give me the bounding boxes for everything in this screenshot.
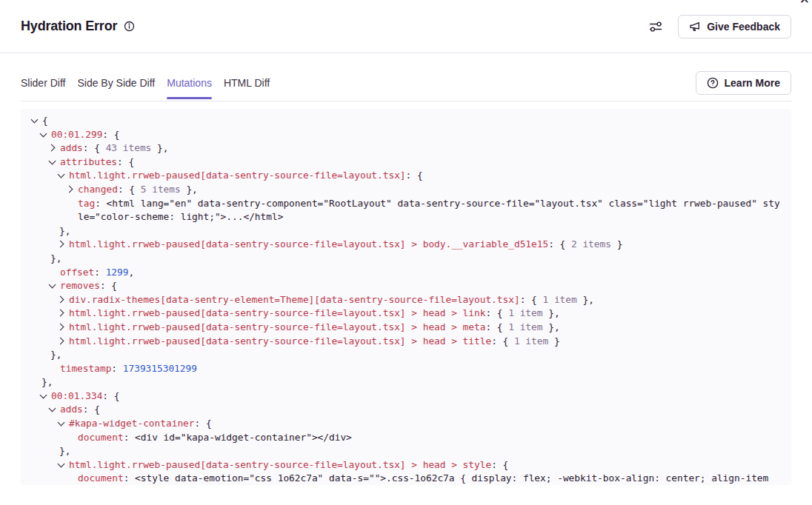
question-circle-icon — [707, 77, 719, 89]
tab-side-by-side-diff[interactable]: Side By Side Diff — [77, 76, 155, 90]
tree-row: removes: { — [30, 279, 782, 293]
token-key: 00:01.334 — [51, 390, 102, 401]
token-punct: }, — [50, 349, 61, 360]
tab-mutations[interactable]: Mutations — [167, 76, 212, 90]
chevron-spacer — [65, 197, 78, 211]
tree-row: div.radix-themes[data-sentry-element=The… — [30, 293, 782, 307]
tree-row: attributes: { — [30, 155, 782, 170]
token-key: changed — [78, 184, 118, 195]
token-key: div.radix-themes[data-sentry-element=The… — [69, 294, 520, 305]
token-punct: }, — [181, 184, 198, 195]
token-key: offset — [60, 267, 94, 278]
token-punct: }, — [542, 321, 559, 332]
token-text: <html lang="en" data-sentry-component="R… — [78, 198, 780, 223]
token-count: 1 item — [508, 307, 542, 318]
token-key: adds — [60, 142, 83, 153]
token-count: 1 item — [542, 294, 576, 305]
token-punct: : { — [520, 294, 543, 305]
tree-row: adds: { 43 items }, — [30, 141, 782, 155]
tree-row: }, — [30, 375, 782, 389]
learn-more-button[interactable]: Learn More — [696, 71, 791, 95]
token-key: 00:01.299 — [51, 129, 102, 140]
info-circle-icon[interactable] — [124, 21, 135, 32]
tree-row: { — [30, 114, 782, 128]
chevron-right-icon[interactable] — [47, 141, 60, 155]
token-punct: }, — [542, 307, 559, 318]
mutation-tree: { 00:01.299: { adds: { 43 items }, attri… — [30, 114, 782, 485]
token-count: 1 item — [508, 321, 542, 332]
chevron-right-icon[interactable] — [56, 293, 69, 307]
chevron-spacer — [65, 472, 78, 485]
chevron-down-icon[interactable] — [47, 155, 60, 170]
chevron-down-icon[interactable] — [56, 169, 69, 183]
tree-row: html.light.rrweb-paused[data-sentry-sour… — [30, 169, 782, 183]
chevron-down-icon[interactable] — [39, 128, 51, 142]
tabs-section: Slider DiffSide By Side DiffMutationsHTM… — [0, 65, 812, 101]
tree-row: document: <div id="kapa-widget-container… — [30, 431, 782, 445]
tree-row: }, — [30, 444, 782, 458]
token-key: tag — [78, 198, 95, 209]
chevron-down-icon[interactable] — [56, 458, 69, 472]
tab-html-diff[interactable]: HTML Diff — [224, 76, 270, 90]
token-punct: : — [124, 472, 135, 484]
token-punct: }, — [59, 445, 70, 456]
tree-row: }, — [30, 348, 782, 362]
chevron-down-icon[interactable] — [47, 279, 60, 293]
token-punct: }, — [151, 142, 168, 153]
token-num: 1739315301299 — [123, 363, 197, 374]
token-punct: }, — [50, 252, 61, 264]
chevron-right-icon[interactable] — [56, 307, 69, 321]
tree-row: changed: { 5 items }, — [30, 183, 782, 197]
token-punct: : { — [548, 238, 571, 250]
tree-row: #kapa-widget-container: { — [30, 417, 782, 431]
token-key: adds — [60, 404, 83, 415]
token-punct: : { — [102, 390, 119, 401]
chevron-down-icon[interactable] — [30, 114, 42, 128]
token-punct: { — [42, 115, 48, 126]
token-punct: : { — [83, 142, 106, 153]
tree-row: 00:01.299: { — [30, 128, 782, 142]
token-count: 2 items — [571, 238, 611, 250]
tree-row: 00:01.334: { — [30, 389, 782, 404]
chevron-down-icon[interactable] — [56, 417, 69, 431]
close-icon[interactable]: ✕ — [799, 0, 810, 7]
token-text: <style data-emotion="css 1o62c7a" data-s… — [135, 472, 768, 484]
chevron-down-icon[interactable] — [39, 389, 51, 404]
tree-row: timestamp: 1739315301299 — [30, 362, 782, 376]
token-punct: : — [124, 432, 135, 443]
token-punct: : — [111, 363, 122, 374]
token-key: document — [78, 472, 124, 484]
token-key: html.light.rrweb-paused[data-sentry-sour… — [69, 238, 548, 250]
megaphone-icon — [689, 21, 701, 33]
chevron-down-icon[interactable] — [47, 403, 60, 417]
chevron-right-icon[interactable] — [65, 183, 78, 197]
token-key: attributes — [60, 156, 117, 167]
chevron-spacer — [47, 362, 60, 376]
give-feedback-label: Give Feedback — [707, 21, 780, 33]
token-punct: , — [128, 267, 134, 278]
token-punct: }, — [59, 225, 70, 236]
token-key: #kapa-widget-container — [69, 418, 195, 429]
give-feedback-button[interactable]: Give Feedback — [678, 15, 791, 39]
tree-row: tag: <html lang="en" data-sentry-compone… — [30, 197, 782, 224]
tab-slider-diff[interactable]: Slider Diff — [21, 76, 65, 90]
sliders-icon — [648, 19, 663, 34]
token-key: document — [78, 432, 124, 443]
hydration-error-drawer: ✕ Hydration Error — [0, 0, 812, 485]
chevron-right-icon[interactable] — [56, 335, 69, 349]
mutations-panel: { 00:01.299: { adds: { 43 items }, attri… — [21, 109, 791, 485]
tree-row: html.light.rrweb-paused[data-sentry-sour… — [30, 335, 782, 349]
drawer-header: Hydration Error — [0, 0, 812, 53]
tree-row: document: <style data-emotion="css 1o62c… — [30, 472, 782, 485]
token-punct: : { — [117, 156, 134, 167]
settings-sliders-button[interactable] — [647, 18, 665, 36]
chevron-right-icon[interactable] — [56, 238, 69, 252]
token-punct: : { — [102, 129, 119, 140]
chevron-right-icon[interactable] — [56, 321, 69, 335]
tree-row: html.light.rrweb-paused[data-sentry-sour… — [30, 458, 782, 472]
token-text: <div id="kapa-widget-container"></div> — [135, 432, 352, 443]
token-count: 5 items — [141, 184, 181, 195]
token-punct: : { — [491, 335, 514, 347]
token-num: 1299 — [106, 267, 129, 278]
tree-row: }, — [30, 224, 782, 238]
